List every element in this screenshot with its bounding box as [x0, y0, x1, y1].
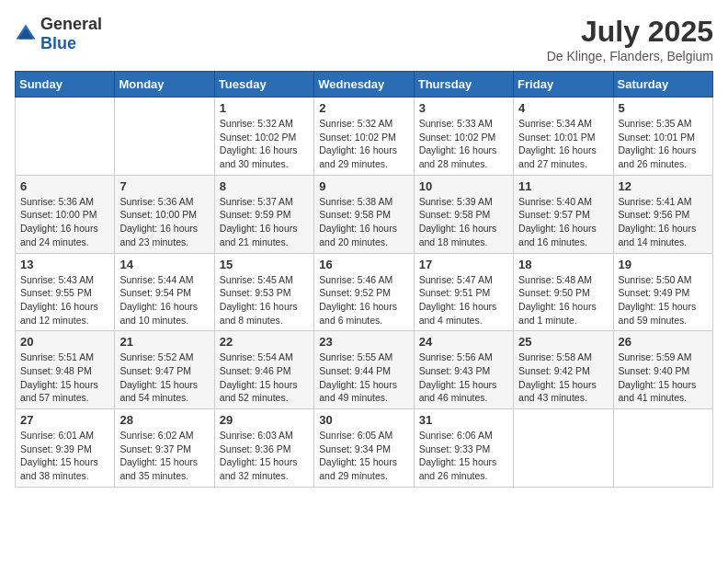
calendar-cell: 17Sunrise: 5:47 AM Sunset: 9:51 PM Dayli… — [414, 253, 513, 331]
calendar-cell: 2Sunrise: 5:32 AM Sunset: 10:02 PM Dayli… — [314, 98, 414, 176]
calendar-week-row: 20Sunrise: 5:51 AM Sunset: 9:48 PM Dayli… — [16, 331, 713, 409]
day-of-week-header: Tuesday — [214, 72, 313, 98]
day-of-week-header: Thursday — [414, 72, 513, 98]
calendar-cell: 10Sunrise: 5:39 AM Sunset: 9:58 PM Dayli… — [414, 175, 513, 253]
day-number: 23 — [319, 335, 408, 349]
calendar-cell: 21Sunrise: 5:52 AM Sunset: 9:47 PM Dayli… — [115, 331, 214, 409]
month-title: July 2025 — [547, 15, 713, 49]
calendar-cell: 1Sunrise: 5:32 AM Sunset: 10:02 PM Dayli… — [214, 98, 313, 176]
day-info: Sunrise: 5:54 AM Sunset: 9:46 PM Dayligh… — [220, 350, 309, 405]
calendar-cell: 6Sunrise: 5:36 AM Sunset: 10:00 PM Dayli… — [16, 175, 115, 253]
day-number: 31 — [419, 413, 508, 427]
calendar-cell — [115, 98, 214, 176]
logo-icon — [15, 23, 37, 45]
calendar-cell: 31Sunrise: 6:06 AM Sunset: 9:33 PM Dayli… — [414, 409, 513, 488]
day-number: 14 — [119, 258, 209, 271]
calendar-cell: 20Sunrise: 5:51 AM Sunset: 9:48 PM Dayli… — [16, 331, 115, 409]
calendar-week-row: 1Sunrise: 5:32 AM Sunset: 10:02 PM Dayli… — [16, 98, 713, 176]
day-info: Sunrise: 5:47 AM Sunset: 9:51 PM Dayligh… — [419, 273, 508, 327]
day-info: Sunrise: 5:48 AM Sunset: 9:50 PM Dayligh… — [518, 273, 608, 327]
day-info: Sunrise: 5:35 AM Sunset: 10:01 PM Daylig… — [619, 117, 708, 171]
calendar-table: SundayMondayTuesdayWednesdayThursdayFrid… — [15, 71, 713, 488]
calendar-cell: 13Sunrise: 5:43 AM Sunset: 9:55 PM Dayli… — [16, 253, 115, 331]
calendar-cell — [613, 409, 712, 488]
calendar-cell: 26Sunrise: 5:59 AM Sunset: 9:40 PM Dayli… — [613, 331, 712, 409]
day-info: Sunrise: 5:34 AM Sunset: 10:01 PM Daylig… — [518, 117, 608, 171]
calendar-cell: 7Sunrise: 5:36 AM Sunset: 10:00 PM Dayli… — [115, 175, 214, 253]
calendar-cell: 3Sunrise: 5:33 AM Sunset: 10:02 PM Dayli… — [414, 98, 513, 176]
day-of-week-header: Friday — [514, 72, 613, 98]
day-number: 30 — [319, 413, 408, 427]
calendar-cell: 22Sunrise: 5:54 AM Sunset: 9:46 PM Dayli… — [214, 331, 313, 409]
day-info: Sunrise: 5:37 AM Sunset: 9:59 PM Dayligh… — [220, 195, 309, 249]
calendar-week-row: 6Sunrise: 5:36 AM Sunset: 10:00 PM Dayli… — [16, 175, 713, 253]
day-number: 18 — [518, 258, 608, 271]
day-of-week-header: Saturday — [613, 72, 712, 98]
day-info: Sunrise: 5:43 AM Sunset: 9:55 PM Dayligh… — [20, 273, 109, 327]
calendar-cell: 19Sunrise: 5:50 AM Sunset: 9:49 PM Dayli… — [613, 253, 712, 331]
day-number: 5 — [619, 101, 708, 115]
calendar-week-row: 27Sunrise: 6:01 AM Sunset: 9:39 PM Dayli… — [16, 409, 713, 488]
day-number: 2 — [319, 101, 408, 115]
day-number: 20 — [20, 335, 109, 349]
day-info: Sunrise: 5:32 AM Sunset: 10:02 PM Daylig… — [319, 117, 408, 171]
calendar-header-row: SundayMondayTuesdayWednesdayThursdayFrid… — [16, 72, 713, 98]
calendar-cell: 14Sunrise: 5:44 AM Sunset: 9:54 PM Dayli… — [115, 253, 214, 331]
calendar-cell: 9Sunrise: 5:38 AM Sunset: 9:58 PM Daylig… — [314, 175, 414, 253]
day-info: Sunrise: 5:51 AM Sunset: 9:48 PM Dayligh… — [20, 350, 109, 405]
day-number: 4 — [518, 101, 608, 115]
day-info: Sunrise: 5:55 AM Sunset: 9:44 PM Dayligh… — [319, 350, 408, 405]
calendar-cell: 28Sunrise: 6:02 AM Sunset: 9:37 PM Dayli… — [115, 409, 214, 488]
day-of-week-header: Monday — [115, 72, 214, 98]
day-number: 8 — [220, 179, 309, 193]
day-number: 28 — [119, 413, 209, 427]
day-number: 25 — [518, 335, 608, 349]
day-number: 21 — [119, 335, 209, 349]
day-info: Sunrise: 5:58 AM Sunset: 9:42 PM Dayligh… — [518, 350, 608, 405]
day-number: 10 — [419, 179, 508, 193]
calendar-week-row: 13Sunrise: 5:43 AM Sunset: 9:55 PM Dayli… — [16, 253, 713, 331]
day-info: Sunrise: 5:33 AM Sunset: 10:02 PM Daylig… — [419, 117, 508, 171]
day-number: 13 — [20, 258, 109, 271]
calendar-cell: 25Sunrise: 5:58 AM Sunset: 9:42 PM Dayli… — [514, 331, 613, 409]
day-info: Sunrise: 5:45 AM Sunset: 9:53 PM Dayligh… — [220, 273, 309, 327]
calendar-cell: 8Sunrise: 5:37 AM Sunset: 9:59 PM Daylig… — [214, 175, 313, 253]
location-title: De Klinge, Flanders, Belgium — [547, 49, 713, 63]
day-info: Sunrise: 5:38 AM Sunset: 9:58 PM Dayligh… — [319, 195, 408, 249]
day-number: 29 — [220, 413, 309, 427]
day-info: Sunrise: 6:02 AM Sunset: 9:37 PM Dayligh… — [119, 429, 209, 483]
title-block: July 2025 De Klinge, Flanders, Belgium — [547, 15, 713, 63]
calendar-cell: 27Sunrise: 6:01 AM Sunset: 9:39 PM Dayli… — [16, 409, 115, 488]
day-info: Sunrise: 5:46 AM Sunset: 9:52 PM Dayligh… — [319, 273, 408, 327]
day-info: Sunrise: 5:44 AM Sunset: 9:54 PM Dayligh… — [119, 273, 209, 327]
page-header: General Blue July 2025 De Klinge, Flande… — [15, 15, 713, 63]
day-info: Sunrise: 6:05 AM Sunset: 9:34 PM Dayligh… — [319, 429, 408, 483]
day-of-week-header: Sunday — [16, 72, 115, 98]
day-number: 26 — [619, 335, 708, 349]
day-info: Sunrise: 5:36 AM Sunset: 10:00 PM Daylig… — [119, 195, 209, 249]
calendar-cell — [514, 409, 613, 488]
calendar-cell: 23Sunrise: 5:55 AM Sunset: 9:44 PM Dayli… — [314, 331, 414, 409]
day-info: Sunrise: 6:03 AM Sunset: 9:36 PM Dayligh… — [220, 429, 309, 483]
day-info: Sunrise: 5:39 AM Sunset: 9:58 PM Dayligh… — [419, 195, 508, 249]
day-info: Sunrise: 6:06 AM Sunset: 9:33 PM Dayligh… — [419, 429, 508, 483]
day-number: 3 — [419, 101, 508, 115]
day-number: 6 — [20, 179, 109, 193]
day-info: Sunrise: 5:52 AM Sunset: 9:47 PM Dayligh… — [119, 350, 209, 405]
day-info: Sunrise: 5:50 AM Sunset: 9:49 PM Dayligh… — [619, 273, 708, 327]
calendar-cell: 30Sunrise: 6:05 AM Sunset: 9:34 PM Dayli… — [314, 409, 414, 488]
calendar-cell: 16Sunrise: 5:46 AM Sunset: 9:52 PM Dayli… — [314, 253, 414, 331]
day-number: 1 — [220, 101, 309, 115]
day-info: Sunrise: 5:56 AM Sunset: 9:43 PM Dayligh… — [419, 350, 508, 405]
calendar-cell: 15Sunrise: 5:45 AM Sunset: 9:53 PM Dayli… — [214, 253, 313, 331]
day-number: 12 — [619, 179, 708, 193]
day-info: Sunrise: 5:36 AM Sunset: 10:00 PM Daylig… — [20, 195, 109, 249]
day-number: 11 — [518, 179, 608, 193]
day-of-week-header: Wednesday — [314, 72, 414, 98]
calendar-cell: 18Sunrise: 5:48 AM Sunset: 9:50 PM Dayli… — [514, 253, 613, 331]
day-number: 22 — [220, 335, 309, 349]
logo-general: General — [40, 15, 102, 33]
calendar-cell: 4Sunrise: 5:34 AM Sunset: 10:01 PM Dayli… — [514, 98, 613, 176]
logo-blue: Blue — [40, 34, 76, 52]
day-number: 15 — [220, 258, 309, 271]
